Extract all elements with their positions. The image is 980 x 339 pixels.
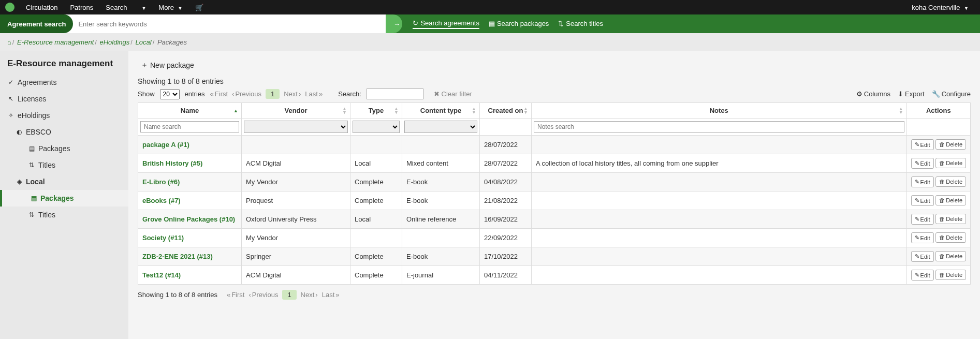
filter-vendor-select[interactable] bbox=[244, 121, 348, 133]
pager-first[interactable]: «First bbox=[227, 291, 245, 299]
filter-type-select[interactable] bbox=[353, 121, 400, 133]
package-name-link[interactable]: E-Libro (#6) bbox=[142, 178, 180, 186]
pencil-icon: ✎ bbox=[915, 272, 919, 278]
pager-previous[interactable]: ‹Previous bbox=[248, 291, 278, 299]
delete-button[interactable]: 🗑Delete bbox=[935, 251, 966, 261]
edit-button[interactable]: ✎Edit bbox=[911, 251, 934, 262]
edit-button[interactable]: ✎Edit bbox=[911, 195, 934, 206]
sidebar-item-local[interactable]: ◈Local bbox=[0, 173, 128, 190]
sidebar-item-agreements[interactable]: ✓Agreements bbox=[0, 74, 128, 91]
trash-icon: 🗑 bbox=[939, 141, 945, 148]
pager-first[interactable]: «First bbox=[210, 90, 228, 98]
delete-button[interactable]: 🗑Delete bbox=[935, 232, 966, 243]
trash-icon: 🗑 bbox=[939, 216, 945, 222]
col-content-type[interactable]: Content type▲▼ bbox=[402, 103, 480, 119]
nav-patrons[interactable]: Patrons bbox=[64, 4, 99, 11]
nav-search[interactable]: Search bbox=[99, 4, 133, 11]
filter-notes-input[interactable] bbox=[534, 121, 904, 132]
edit-button[interactable]: ✎Edit bbox=[911, 139, 934, 150]
table-row: Society (#11)My Vendor22/09/2022✎Edit 🗑D… bbox=[138, 229, 971, 247]
nav-more[interactable]: More ▼ bbox=[152, 4, 188, 11]
filter-content-select[interactable] bbox=[404, 121, 477, 133]
delete-button[interactable]: 🗑Delete bbox=[935, 270, 966, 280]
tab-search-agreements[interactable]: ↻Search agreements bbox=[413, 19, 479, 29]
breadcrumb-eholdings[interactable]: eHoldings bbox=[100, 38, 130, 46]
col-notes[interactable]: Notes▲▼ bbox=[532, 103, 907, 119]
col-vendor[interactable]: Vendor▲▼ bbox=[242, 103, 350, 119]
cell-created: 28/07/2022 bbox=[480, 136, 532, 154]
chevron-left-icon: ‹ bbox=[248, 291, 251, 299]
search-input[interactable] bbox=[78, 17, 395, 31]
chevron-right-icon: › bbox=[299, 90, 301, 98]
home-icon: ⌂ bbox=[7, 38, 11, 46]
configure-button[interactable]: 🔧Configure bbox=[932, 90, 971, 98]
new-package-button[interactable]: ＋New package bbox=[138, 58, 197, 72]
breadcrumb-erm[interactable]: E-Resource management bbox=[17, 38, 94, 46]
bottom-controls: Showing 1 to 8 of 8 entries «First ‹Prev… bbox=[138, 290, 971, 300]
delete-button[interactable]: 🗑Delete bbox=[935, 195, 966, 205]
clear-filter-button[interactable]: ✖ Clear filter bbox=[434, 90, 472, 98]
logo-icon[interactable] bbox=[5, 3, 14, 12]
cart-icon[interactable]: 🛒 bbox=[189, 4, 210, 11]
package-name-link[interactable]: ZDB-2-ENE 2021 (#13) bbox=[142, 253, 213, 260]
pager-next[interactable]: Next› bbox=[301, 291, 318, 299]
sidebar-item-packages[interactable]: ▤Packages bbox=[0, 190, 128, 207]
pager-previous[interactable]: ‹Previous bbox=[232, 90, 261, 98]
edit-button[interactable]: ✎Edit bbox=[911, 214, 934, 225]
pager-last[interactable]: Last» bbox=[322, 291, 340, 299]
cell-notes: A collection of local history titles, al… bbox=[532, 154, 907, 173]
search-submit-button[interactable]: → bbox=[386, 14, 402, 33]
gear-icon: ⚙ bbox=[856, 90, 862, 98]
delete-button[interactable]: 🗑Delete bbox=[935, 139, 966, 150]
sidebar-item-label: Licenses bbox=[18, 95, 46, 103]
edit-button[interactable]: ✎Edit bbox=[911, 176, 934, 187]
package-name-link[interactable]: package A (#1) bbox=[142, 141, 189, 149]
delete-button[interactable]: 🗑Delete bbox=[935, 176, 966, 187]
sidebar-item-titles[interactable]: ⇅Titles bbox=[0, 157, 128, 173]
sidebar-item-eholdings[interactable]: ✧eHoldings bbox=[0, 107, 128, 124]
delete-button[interactable]: 🗑Delete bbox=[935, 158, 966, 168]
package-name-link[interactable]: Grove Online Packages (#10) bbox=[142, 215, 235, 223]
tab-search-titles[interactable]: ⇅Search titles bbox=[558, 20, 603, 28]
package-name-link[interactable]: Test12 (#14) bbox=[142, 271, 181, 279]
trash-icon: 🗑 bbox=[939, 197, 945, 203]
pager-last[interactable]: Last» bbox=[305, 90, 323, 98]
pager-next[interactable]: Next› bbox=[284, 90, 301, 98]
col-type[interactable]: Type▲▼ bbox=[350, 103, 402, 119]
search-context-label: Agreement search bbox=[0, 14, 73, 33]
user-menu[interactable]: koha Centerville ▼ bbox=[905, 4, 975, 11]
nav-circulation[interactable]: Circulation bbox=[20, 4, 64, 11]
tab-search-packages[interactable]: ▤Search packages bbox=[489, 20, 549, 28]
delete-button[interactable]: 🗑Delete bbox=[935, 214, 966, 224]
trash-icon: 🗑 bbox=[939, 160, 945, 166]
edit-button[interactable]: ✎Edit bbox=[911, 158, 934, 169]
pager-current[interactable]: 1 bbox=[282, 290, 296, 300]
col-created-on[interactable]: Created on▲▼ bbox=[480, 103, 532, 119]
pencil-icon: ✎ bbox=[915, 234, 919, 241]
edit-button[interactable]: ✎Edit bbox=[911, 232, 934, 243]
sidebar-item-ebsco[interactable]: ◐EBSCO bbox=[0, 124, 128, 140]
filter-name-input[interactable] bbox=[140, 121, 239, 132]
export-button[interactable]: ⬇Export bbox=[898, 90, 925, 98]
pager-current[interactable]: 1 bbox=[266, 89, 280, 99]
breadcrumb-home[interactable]: ⌂ bbox=[7, 38, 11, 46]
sidebar-item-licenses[interactable]: ↖Licenses bbox=[0, 91, 128, 107]
package-name-link[interactable]: British History (#5) bbox=[142, 159, 202, 167]
sidebar-item-packages[interactable]: ▤Packages bbox=[0, 140, 128, 157]
sidebar-item-label: Agreements bbox=[18, 78, 56, 86]
edit-button[interactable]: ✎Edit bbox=[911, 270, 934, 281]
trash-icon: 🗑 bbox=[939, 253, 945, 259]
breadcrumb-local[interactable]: Local bbox=[136, 38, 152, 46]
trash-icon: 🗑 bbox=[939, 234, 945, 241]
col-name[interactable]: Name▲ bbox=[138, 103, 242, 119]
package-name-link[interactable]: Society (#11) bbox=[142, 234, 184, 242]
columns-button[interactable]: ⚙Columns bbox=[856, 90, 890, 98]
nav-caret-dropdown[interactable]: ▼ bbox=[133, 4, 152, 11]
cell-content bbox=[402, 136, 480, 154]
sidebar-item-titles[interactable]: ⇅Titles bbox=[0, 207, 128, 223]
cell-vendor: Springer bbox=[242, 247, 350, 266]
package-name-link[interactable]: eBooks (#7) bbox=[142, 197, 181, 204]
cell-vendor: My Vendor bbox=[242, 173, 350, 191]
table-search-input[interactable] bbox=[367, 89, 423, 99]
page-size-select[interactable]: 20 bbox=[160, 89, 180, 99]
